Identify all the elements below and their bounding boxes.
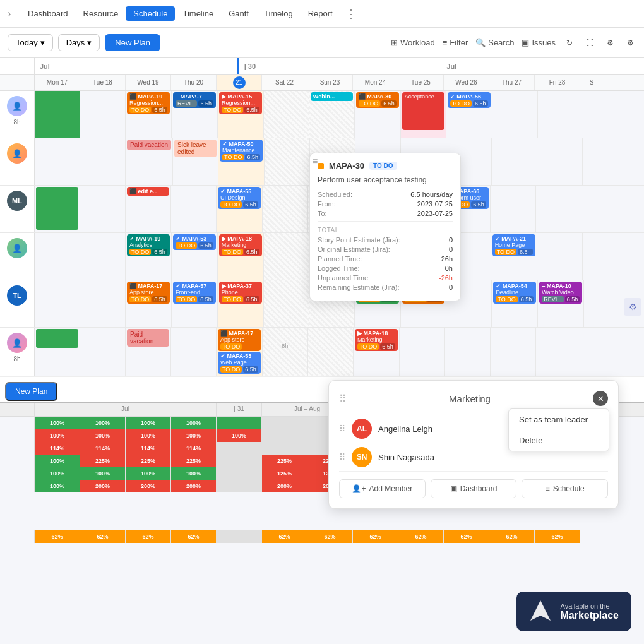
bottom-new-plan-button[interactable]: New Plan — [5, 382, 57, 401]
member-avatar-2: SN — [352, 447, 372, 467]
week-label-31: | 31 — [217, 403, 262, 416]
day-col-28: Fri 28 — [535, 75, 580, 90]
task-mapa19-2[interactable]: ✓ MAPA-19 Analytics TO DO6.5h — [127, 234, 170, 256]
workload-icon: ⊞ — [391, 38, 398, 47]
task-mapa17-2[interactable]: ⬛ MAPA-17 App store TO DO — [218, 329, 261, 351]
nav-more-icon[interactable]: ⋮ — [345, 7, 357, 21]
panel-close-button[interactable]: ✕ — [593, 391, 608, 406]
nav-item-gantt[interactable]: Gantt — [221, 6, 256, 21]
nav-arrow-left[interactable]: › — [8, 0, 20, 28]
popup-from-value: 2023-07-25 — [417, 200, 453, 208]
dashboard-icon: ▣ — [450, 484, 457, 493]
new-plan-button[interactable]: New Plan — [105, 34, 160, 51]
wl-cell: 100% — [80, 429, 126, 442]
task-green-6[interactable] — [36, 329, 78, 348]
day-col-19: Wed 19 — [126, 75, 171, 90]
task-mapa55[interactable]: ✓ MAPA-55 UI Design TO DO6.5h — [218, 187, 261, 209]
task-mapa54[interactable]: ✓ MAPA-54 Deadline TO DO6.5h — [493, 282, 536, 304]
today-button[interactable]: Today ▾ — [8, 34, 53, 51]
task-mapa53-2[interactable]: ✓ MAPA-53 Web Page TO DO6.5h — [218, 352, 261, 374]
task-mapa10-1[interactable]: = MAPA-10 Watch Video REVI...6.5h — [539, 282, 582, 304]
delete-menu-item[interactable]: Delete — [509, 430, 609, 451]
task-mapa37-1[interactable]: ▶ MAPA-37 Phone TO DO6.5h — [219, 282, 262, 304]
ml-green-block[interactable] — [36, 187, 78, 230]
refresh-icon[interactable]: ↻ — [563, 37, 576, 49]
task-mapa17-1[interactable]: ⬛ MAPA-17 App store TO DO6.5h — [127, 282, 170, 304]
task-mapa56[interactable]: ✓ MAPA-56 TO DO6.5h — [448, 92, 491, 108]
set-team-leader-menu-item[interactable]: Set as team leader — [509, 409, 609, 430]
top-nav: › Dashboard Resource Schedule Timeline G… — [0, 0, 644, 28]
filter-button[interactable]: ≡ Filter — [443, 38, 468, 47]
sick-leave-card[interactable]: Sick leaveedited — [174, 140, 217, 157]
task-detail-popup: MAPA-30 TO DO Perform user acceptance te… — [309, 153, 461, 301]
task-mapa57[interactable]: ✓ MAPA-57 Front-end TO DO6.5h — [173, 282, 216, 304]
panel-title: Marketing — [347, 393, 593, 404]
task-mapa21[interactable]: ✓ MAPA-21 Home Page TO DO6.5h — [492, 234, 535, 256]
task-green-block[interactable] — [36, 92, 78, 135]
day-col-21: 21 — [217, 75, 262, 90]
nav-item-schedule[interactable]: Schedule — [126, 6, 175, 21]
issues-button[interactable]: ▣ Issues — [522, 38, 556, 47]
task-mapa18[interactable]: ▶ MAPA-18 Marketing TO DO6.5h — [219, 234, 262, 256]
task-mapa7[interactable]: □ MAPA-7 REVI...6.5h — [173, 92, 216, 108]
task-mapa18-2[interactable]: ▶ MAPA-18 Marketing TO DO6.5h — [355, 329, 398, 351]
user-avatar-col-1: 👤 8h — [0, 91, 35, 138]
task-webin[interactable]: Webin... — [311, 92, 353, 101]
nav-item-timeline[interactable]: Timeline — [175, 6, 221, 21]
user-row-1: 👤 8h ⬛ MAPA-19 Regression... TO DO6.5h — [0, 91, 644, 138]
wl-cell — [262, 429, 307, 442]
popup-from-label: From: — [318, 200, 336, 208]
task-edit[interactable]: ⬛ edit e... — [127, 187, 169, 196]
wl-cell: 100% — [35, 429, 80, 442]
popup-scheduled-value: 6.5 hours/day — [410, 191, 453, 198]
day-col-27: Thu 27 — [489, 75, 535, 90]
vacation-card-1[interactable]: Paid vacation — [127, 140, 171, 150]
task-mapa15[interactable]: ▶ MAPA-15 Regression... TO DO6.5h — [219, 92, 262, 114]
wl-cell: 100% — [80, 417, 126, 429]
nav-item-dashboard[interactable]: Dashboard — [20, 6, 76, 21]
month-label-jul1: Jul — [40, 63, 50, 70]
popup-status-badge: TO DO — [369, 162, 397, 170]
atlassian-logo-icon — [529, 599, 552, 624]
nav-item-resource[interactable]: Resource — [76, 6, 126, 21]
nav-item-report[interactable]: Report — [301, 6, 340, 21]
member-drag-2[interactable]: ⠿ — [339, 452, 345, 462]
popup-task-title: Perform user acceptance testing — [318, 176, 453, 184]
day-col-24: Mon 24 — [353, 75, 398, 90]
toolbar: Today ▾ Days ▾ New Plan ⊞ Workload ≡ Fil… — [0, 28, 644, 58]
task-mapa30-1[interactable]: ⬛ MAPA-30 TO DO6.5h — [356, 92, 399, 108]
task-mapa19-1[interactable]: ⬛ MAPA-19 Regression... TO DO6.5h — [127, 92, 170, 114]
nav-item-timelog[interactable]: Timelog — [256, 6, 301, 21]
panel-drag-handle[interactable]: ⠿ — [339, 393, 347, 405]
task-mapa50[interactable]: ✓ MAPA-50 Maintenance TO DO6.5h — [220, 140, 263, 162]
member-drag-1[interactable]: ⠿ — [339, 424, 345, 434]
filter-icon: ≡ — [443, 38, 448, 47]
day-col-26: Wed 26 — [444, 75, 489, 90]
wl-cell — [217, 417, 262, 429]
schedule-button[interactable]: ≡ Schedule — [522, 479, 608, 498]
workload-button[interactable]: ⊞ Workload — [391, 38, 435, 47]
dashboard-button[interactable]: ▣ Dashboard — [431, 479, 517, 498]
month-label-30: | 30 — [244, 63, 256, 70]
day-col-22: Sat 22 — [262, 75, 307, 90]
day-col-17: Mon 17 — [35, 75, 80, 90]
popup-task-id: MAPA-30 — [329, 161, 364, 170]
schedule-icon: ≡ — [546, 484, 550, 493]
side-settings-icon[interactable]: ⚙ — [624, 298, 641, 316]
day-col-25: Tue 25 — [398, 75, 444, 90]
add-member-button[interactable]: 👤+ Add Member — [339, 479, 426, 498]
vacation-card-6[interactable]: Paidvacation — [127, 329, 169, 347]
days-button[interactable]: Days ▾ — [58, 34, 100, 51]
wl-cell: 100% — [217, 429, 262, 442]
user-avatar-col-4: 👤 — [0, 233, 35, 280]
settings-sliders-icon[interactable]: ⚙ — [604, 37, 616, 49]
search-button[interactable]: 🔍 Search — [475, 38, 514, 47]
expand-icon[interactable]: ⛶ — [583, 37, 596, 49]
popup-to-value: 2023-07-25 — [417, 210, 453, 217]
day-col-23: Sun 23 — [307, 75, 353, 90]
wl-cell: 100% — [35, 417, 80, 429]
gear-icon[interactable]: ⚙ — [624, 37, 636, 49]
user-hours-6: 8h — [13, 355, 20, 362]
task-mapa53[interactable]: ✓ MAPA-53 TO DO6.5h — [173, 234, 216, 250]
task-acceptance[interactable]: Acceptance — [402, 92, 444, 130]
